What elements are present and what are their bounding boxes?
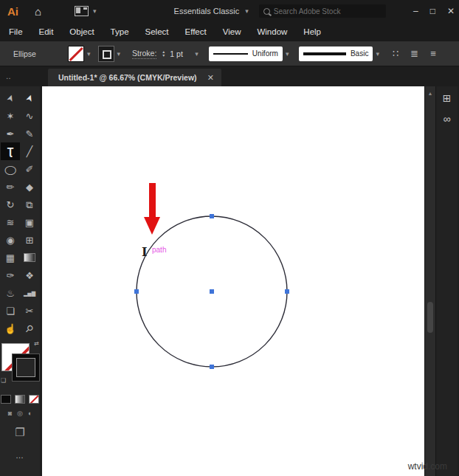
menu-bar: FileEditObjectTypeSelectEffectViewWindow… <box>0 22 459 41</box>
free-transform-tool[interactable]: ▣ <box>20 213 39 231</box>
curvature-tool-icon: ✎ <box>26 129 34 139</box>
options-menu-icon[interactable]: ≡ <box>430 48 436 59</box>
menu-edit[interactable]: Edit <box>39 27 54 36</box>
scale-tool[interactable]: ⧉ <box>20 196 39 213</box>
line-segment-tool[interactable]: ╱ <box>20 142 39 160</box>
smart-guide-path-label: path <box>152 246 166 254</box>
chevron-down-icon[interactable]: ▾ <box>376 50 379 58</box>
graph-tool[interactable]: ▂▅▇ <box>20 284 39 302</box>
align-options-icon[interactable]: ≣ <box>410 48 418 59</box>
pencil-tool[interactable]: ✏ <box>1 178 20 196</box>
eyedropper-tool[interactable]: ✑ <box>1 266 20 284</box>
shape-builder-tool[interactable]: ◉ <box>1 231 20 249</box>
variable-width-profile-select[interactable]: Uniform <box>209 46 283 61</box>
slice-tool[interactable]: ✂ <box>20 302 39 320</box>
artboard-tool[interactable]: ❏ <box>1 302 20 320</box>
menu-help[interactable]: Help <box>303 27 321 36</box>
blend-tool[interactable]: ❖ <box>20 266 39 284</box>
chevron-down-icon[interactable]: ▾ <box>117 50 121 58</box>
stroke-weight-value[interactable]: 1 pt <box>170 49 195 58</box>
menu-select[interactable]: Select <box>145 27 169 36</box>
swap-fill-stroke-icon[interactable]: ⇄ <box>34 340 39 347</box>
perspective-grid-tool[interactable]: ⊞ <box>20 231 39 249</box>
drawing-mode-1-icon[interactable]: ◙ <box>8 410 12 417</box>
stroke-swatch[interactable] <box>13 354 39 381</box>
chevron-down-icon[interactable]: ▾ <box>87 50 91 58</box>
workspace-switcher[interactable]: ▾ <box>75 6 97 16</box>
default-fill-stroke-icon[interactable]: ❏ <box>1 377 6 384</box>
drawing-mode-2-icon[interactable]: ◎ <box>17 410 23 417</box>
minimize-button[interactable]: – <box>413 6 418 16</box>
menu-file[interactable]: File <box>9 27 23 36</box>
eraser-tool[interactable]: ◆ <box>20 178 39 196</box>
illustrator-logo-icon: Ai <box>7 5 18 18</box>
brush-definition-select[interactable]: Basic <box>299 46 373 61</box>
paintbrush-tool[interactable]: ✐ <box>20 160 39 178</box>
tools-panel: ➤➤✶∿✒✎Ʈ╱◯✐✏◆↻⧉≋▣◉⊞▦✑❖♨▂▅▇❏✂☝⚲ ❏ ⇄ ◙◎◐ ❐ … <box>0 86 42 476</box>
stroke-weight-stepper[interactable]: ▴ ▾ <box>162 50 165 58</box>
selection-tool[interactable]: ➤ <box>1 89 20 107</box>
menu-view[interactable]: View <box>223 27 241 36</box>
stroke-color-swatch[interactable] <box>98 46 114 62</box>
arrow-shaft <box>149 183 156 217</box>
none-button[interactable] <box>29 395 39 404</box>
magic-wand-tool[interactable]: ✶ <box>1 107 20 125</box>
color-button[interactable] <box>1 395 11 404</box>
gradient-button[interactable] <box>15 395 25 404</box>
direct-selection-tool-icon: ➤ <box>24 93 35 103</box>
creative-cloud-libraries-icon[interactable]: ∞ <box>444 113 451 125</box>
magic-wand-tool-icon: ✶ <box>7 111 15 121</box>
scale-tool-icon: ⧉ <box>26 200 32 210</box>
menu-type[interactable]: Type <box>111 27 129 36</box>
ellipse-path[interactable] <box>42 86 424 476</box>
close-button[interactable]: ✕ <box>447 6 455 16</box>
adobe-stock-search-input[interactable]: Search Adobe Stock <box>259 4 386 18</box>
slice-tool-icon: ✂ <box>26 306 34 316</box>
tab-close-icon[interactable]: ✕ <box>207 73 214 83</box>
maximize-button[interactable]: □ <box>430 6 435 16</box>
rotate-tool[interactable]: ↻ <box>1 196 20 213</box>
width-profile-label: Uniform <box>252 49 278 58</box>
workspace-select[interactable]: Essentials Classic ▾ <box>174 7 249 15</box>
menu-object[interactable]: Object <box>69 27 94 36</box>
brush-preview <box>303 52 346 55</box>
lasso-tool[interactable]: ∿ <box>20 107 39 125</box>
anchor-top <box>210 214 214 218</box>
ellipse-tool[interactable]: ◯ <box>1 160 20 178</box>
properties-panel-icon[interactable]: ⊞ <box>443 92 452 104</box>
drawing-mode-3-icon[interactable]: ◐ <box>28 410 32 417</box>
paintbrush-tool-icon: ✐ <box>26 165 34 174</box>
home-icon[interactable]: ⌂ <box>35 5 41 18</box>
artboard-tool-icon: ❏ <box>6 306 15 316</box>
scrollbar-thumb[interactable] <box>427 302 433 333</box>
screen-mode-button[interactable]: ❐ <box>15 426 24 439</box>
width-tool[interactable]: ≋ <box>1 213 20 231</box>
gradient-tool[interactable] <box>20 249 39 266</box>
vertical-scrollbar[interactable]: ▲ <box>424 86 435 476</box>
edit-toolbar-button[interactable]: … <box>15 451 24 460</box>
zoom-tool[interactable]: ⚲ <box>20 320 39 337</box>
direct-selection-tool[interactable]: ➤ <box>20 89 39 107</box>
recolor-artwork-icon[interactable]: ∷ <box>393 48 398 59</box>
mesh-tool[interactable]: ▦ <box>1 249 20 266</box>
graph-tool-icon: ▂▅▇ <box>24 291 35 296</box>
illustrator-window: Ai ⌂ ▾ Essentials Classic ▾ Search Adobe… <box>0 0 459 476</box>
artboard-canvas[interactable]: I path <box>42 86 424 476</box>
pen-tool[interactable]: ✒ <box>1 125 20 142</box>
type-on-path-tool[interactable]: Ʈ <box>1 142 20 160</box>
menu-window[interactable]: Window <box>257 27 287 36</box>
fill-color-swatch[interactable] <box>68 46 84 62</box>
width-tool-icon: ≋ <box>7 218 15 227</box>
document-tab[interactable]: Untitled-1* @ 66.67% (CMYK/Preview) ✕ <box>48 69 221 86</box>
scroll-up-icon[interactable]: ▲ <box>425 91 435 96</box>
chevron-down-icon[interactable]: ▾ <box>286 50 289 58</box>
hand-tool[interactable]: ☝ <box>1 320 20 337</box>
context-label: Ellipse <box>13 49 58 58</box>
chevron-down-icon[interactable]: ▾ <box>195 50 199 58</box>
ellipse-tool-icon: ◯ <box>4 165 17 173</box>
stroke-panel-link[interactable]: Stroke: <box>132 49 156 59</box>
toolbar-collapse-icon[interactable]: ‥ <box>0 66 48 86</box>
symbol-sprayer-tool[interactable]: ♨ <box>1 284 20 302</box>
curvature-tool[interactable]: ✎ <box>20 125 39 142</box>
menu-effect[interactable]: Effect <box>185 27 207 36</box>
